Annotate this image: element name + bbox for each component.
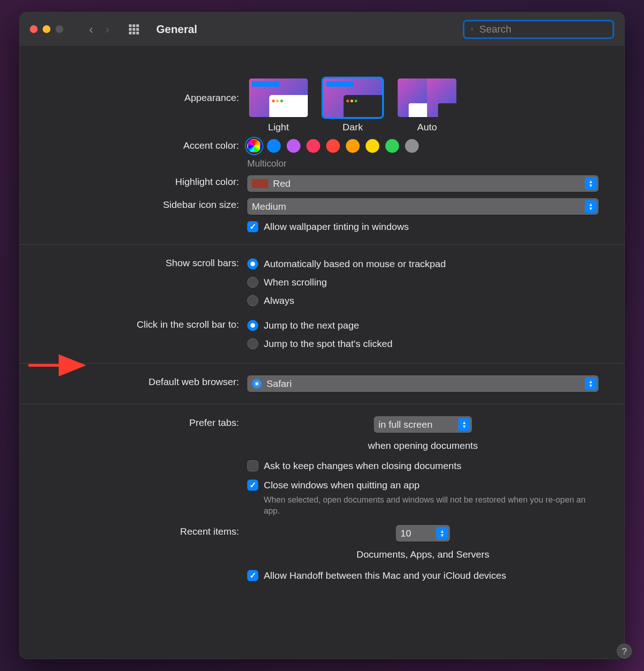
radio-icon (247, 320, 258, 331)
default-browser-label: Default web browser: (45, 375, 247, 387)
accent-multicolor[interactable] (247, 139, 261, 153)
back-button[interactable]: ‹ (89, 22, 93, 37)
wallpaper-tinting-label: Allow wallpaper tinting in windows (264, 221, 409, 232)
prefer-tabs-suffix: when opening documents (368, 440, 477, 451)
close-window-button[interactable] (30, 25, 38, 33)
search-icon (471, 25, 474, 34)
click-spot-radio[interactable]: Jump to the spot that's clicked (247, 338, 599, 349)
close-windows-label: Close windows when quitting an app (264, 480, 420, 491)
accent-yellow[interactable] (366, 139, 379, 153)
wallpaper-tinting-checkbox[interactable]: Allow wallpaper tinting in windows (247, 221, 599, 232)
accent-red[interactable] (326, 139, 340, 153)
scroll-auto-radio[interactable]: Automatically based on mouse or trackpad (247, 258, 599, 269)
accent-caption: Multicolor (247, 158, 599, 169)
highlight-color-chip (252, 179, 268, 188)
minimize-window-button[interactable] (43, 25, 50, 33)
appearance-dark-label: Dark (343, 122, 363, 133)
highlight-value: Red (273, 178, 291, 189)
show-all-icon[interactable] (129, 24, 139, 34)
recent-items-popup[interactable]: 10 (396, 525, 450, 542)
accent-pink[interactable] (306, 139, 320, 153)
recent-items-value: 10 (400, 528, 411, 539)
close-windows-help: When selected, open documents and window… (264, 494, 594, 517)
appearance-light[interactable]: Light (247, 77, 310, 133)
nav-arrows: ‹ › (89, 22, 110, 37)
checkbox-icon (247, 460, 258, 471)
click-next-page-radio[interactable]: Jump to the next page (247, 320, 599, 331)
handoff-label: Allow Handoff between this Mac and your … (264, 570, 506, 581)
sidebar-size-value: Medium (252, 201, 286, 212)
click-scrollbar-label: Click in the scroll bar to: (45, 318, 247, 330)
highlight-popup[interactable]: Red (247, 175, 599, 192)
accent-orange[interactable] (346, 139, 360, 153)
handoff-checkbox[interactable]: Allow Handoff between this Mac and your … (247, 570, 599, 581)
sidebar-size-label: Sidebar icon size: (45, 198, 247, 210)
prefer-tabs-popup[interactable]: in full screen (374, 416, 472, 433)
forward-button[interactable]: › (105, 22, 109, 37)
traffic-lights (30, 25, 63, 33)
popup-stepper-icon (436, 527, 448, 540)
window-title: General (156, 23, 197, 36)
safari-icon (252, 379, 262, 389)
default-browser-popup[interactable]: Safari (247, 375, 599, 392)
accent-purple[interactable] (287, 139, 300, 153)
close-windows-checkbox[interactable]: Close windows when quitting an app (247, 480, 599, 491)
search-input[interactable] (478, 23, 606, 36)
appearance-auto-label: Auto (417, 122, 437, 133)
show-scrollbars-label: Show scroll bars: (45, 257, 247, 268)
accent-green[interactable] (385, 139, 399, 153)
search-field[interactable] (463, 20, 614, 39)
popup-stepper-icon (458, 418, 470, 431)
preferences-window: ‹ › General Appearance: Light (19, 12, 625, 659)
ask-keep-changes-checkbox[interactable]: Ask to keep changes when closing documen… (247, 460, 599, 471)
prefer-tabs-value: in full screen (378, 419, 433, 430)
accent-blue[interactable] (267, 139, 281, 153)
radio-icon (247, 258, 258, 269)
checkbox-icon (247, 570, 258, 581)
accent-graphite[interactable] (405, 139, 419, 153)
popup-stepper-icon (585, 200, 597, 213)
ask-keep-changes-label: Ask to keep changes when closing documen… (264, 460, 461, 471)
scroll-always-radio[interactable]: Always (247, 295, 599, 306)
radio-icon (247, 338, 258, 349)
appearance-dark[interactable]: Dark (322, 77, 384, 133)
appearance-light-label: Light (268, 122, 289, 133)
zoom-window-button[interactable] (56, 25, 63, 33)
accent-label: Accent color: (45, 139, 247, 151)
titlebar: ‹ › General (20, 12, 624, 46)
appearance-auto[interactable]: Auto (396, 77, 458, 133)
radio-icon (247, 295, 258, 306)
prefer-tabs-label: Prefer tabs: (45, 416, 247, 428)
checkbox-icon (247, 221, 258, 232)
default-browser-value: Safari (266, 378, 292, 389)
content: Appearance: Light Dark Auto (20, 46, 624, 659)
radio-icon (247, 277, 258, 288)
popup-stepper-icon (585, 377, 597, 390)
recent-items-suffix: Documents, Apps, and Servers (356, 549, 489, 560)
scroll-when-scrolling-radio[interactable]: When scrolling (247, 277, 599, 288)
popup-stepper-icon (585, 177, 597, 190)
checkbox-icon (247, 480, 258, 491)
sidebar-size-popup[interactable]: Medium (247, 198, 599, 215)
recent-items-label: Recent items: (45, 525, 247, 537)
highlight-label: Highlight color: (45, 175, 247, 187)
appearance-label: Appearance: (45, 77, 247, 103)
